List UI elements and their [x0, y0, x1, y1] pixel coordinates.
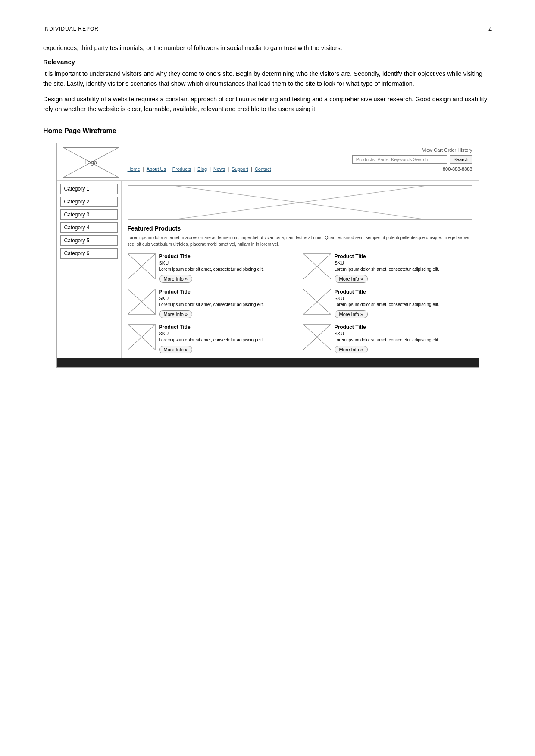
- section-heading-relevancy: Relevancy: [43, 58, 492, 66]
- wireframe: Logo View Cart Order History Products, P…: [56, 143, 479, 368]
- wireframe-footer: [57, 358, 479, 367]
- product-title-5: Product Title: [159, 324, 297, 330]
- hero-x-icon: [128, 186, 472, 219]
- nav-about-us[interactable]: About Us: [147, 166, 166, 172]
- sidebar-item-1[interactable]: Category 1: [60, 184, 118, 194]
- wireframe-content: Featured Products Lorem ipsum dolor sit …: [122, 181, 479, 358]
- more-info-button-5[interactable]: More Info »: [159, 346, 193, 353]
- product-card-1: Product Title SKU Lorem ipsum dolor sit …: [128, 253, 297, 283]
- more-info-button-4[interactable]: More Info »: [335, 310, 368, 318]
- sidebar-item-4[interactable]: Category 4: [60, 222, 118, 233]
- product-image-6: [303, 324, 331, 350]
- featured-description: Lorem ipsum dolor sit amet, maiores orna…: [128, 234, 472, 247]
- nav-links: Home | About Us | Products | Blog | News…: [128, 166, 271, 172]
- product-sku-1: SKU: [159, 260, 297, 266]
- product-title-1: Product Title: [159, 253, 297, 259]
- product-title-6: Product Title: [335, 324, 472, 330]
- featured-title: Featured Products: [128, 225, 472, 232]
- product-row-3: Product Title SKU Lorem ipsum dolor sit …: [128, 324, 472, 353]
- product-row-2: Product Title SKU Lorem ipsum dolor sit …: [128, 289, 472, 318]
- nav-sep-4: |: [210, 166, 211, 172]
- wireframe-title: Home Page Wireframe: [43, 127, 492, 135]
- product-row-1: Product Title SKU Lorem ipsum dolor sit …: [128, 253, 472, 283]
- paragraph-3: Design and usability of a website requir…: [43, 94, 492, 114]
- product-title-2: Product Title: [335, 253, 472, 259]
- nav-products[interactable]: Products: [172, 166, 191, 172]
- product-x-icon-5: [128, 325, 155, 350]
- sidebar-item-5[interactable]: Category 5: [60, 235, 118, 246]
- product-x-icon-1: [128, 254, 155, 279]
- wireframe-hero-image: [128, 185, 472, 220]
- product-x-icon-3: [128, 289, 155, 314]
- search-input[interactable]: Products, Parts, Keywords Search: [352, 155, 447, 164]
- more-info-button-2[interactable]: More Info »: [335, 275, 368, 283]
- nav-sep-3: |: [194, 166, 195, 172]
- product-title-3: Product Title: [159, 289, 297, 295]
- nav-home[interactable]: Home: [128, 166, 140, 172]
- product-x-icon-2: [303, 254, 331, 279]
- product-x-icon-4: [303, 289, 331, 314]
- product-desc-4: Lorem ipsum dolor sit amet, consectetur …: [335, 302, 472, 308]
- nav-sep-1: |: [143, 166, 144, 172]
- product-image-4: [303, 289, 331, 315]
- product-info-5: Product Title SKU Lorem ipsum dolor sit …: [159, 324, 297, 353]
- wireframe-header: Logo View Cart Order History Products, P…: [57, 143, 479, 181]
- sidebar-item-6[interactable]: Category 6: [60, 248, 118, 259]
- product-sku-3: SKU: [159, 296, 297, 301]
- nav-sep-6: |: [251, 166, 252, 172]
- wireframe-header-right: View Cart Order History Products, Parts,…: [119, 147, 472, 172]
- product-card-4: Product Title SKU Lorem ipsum dolor sit …: [303, 289, 472, 318]
- product-desc-5: Lorem ipsum dolor sit amet, consectetur …: [159, 337, 297, 343]
- product-info-1: Product Title SKU Lorem ipsum dolor sit …: [159, 253, 297, 283]
- paragraph-1: experiences, third party testimonials, o…: [43, 43, 492, 53]
- paragraph-2: It is important to understand visitors a…: [43, 69, 492, 89]
- product-sku-2: SKU: [335, 260, 472, 266]
- phone-number: 800-888-8888: [443, 166, 472, 172]
- nav-support[interactable]: Support: [232, 166, 248, 172]
- sidebar-item-2[interactable]: Category 2: [60, 197, 118, 207]
- nav-sep-2: |: [169, 166, 170, 172]
- page-header: INDIVIDUAL REPORT 4: [43, 26, 492, 33]
- product-info-2: Product Title SKU Lorem ipsum dolor sit …: [335, 253, 472, 283]
- report-label: INDIVIDUAL REPORT: [43, 26, 102, 32]
- product-card-5: Product Title SKU Lorem ipsum dolor sit …: [128, 324, 297, 353]
- more-info-button-6[interactable]: More Info »: [335, 346, 368, 353]
- product-card-3: Product Title SKU Lorem ipsum dolor sit …: [128, 289, 297, 318]
- product-desc-6: Lorem ipsum dolor sit amet, consectetur …: [335, 337, 472, 343]
- products-grid: Product Title SKU Lorem ipsum dolor sit …: [128, 253, 472, 353]
- wireframe-logo: Logo: [63, 147, 119, 178]
- product-desc-2: Lorem ipsum dolor sit amet, consectetur …: [335, 266, 472, 272]
- product-card-2: Product Title SKU Lorem ipsum dolor sit …: [303, 253, 472, 283]
- product-info-4: Product Title SKU Lorem ipsum dolor sit …: [335, 289, 472, 318]
- more-info-button-1[interactable]: More Info »: [159, 275, 193, 283]
- sidebar-item-3[interactable]: Category 3: [60, 209, 118, 220]
- product-x-icon-6: [303, 325, 331, 350]
- product-sku-4: SKU: [335, 296, 472, 301]
- product-info-3: Product Title SKU Lorem ipsum dolor sit …: [159, 289, 297, 318]
- top-links: View Cart Order History: [422, 147, 472, 153]
- logo-text: Logo: [84, 159, 97, 166]
- nav-news[interactable]: News: [213, 166, 225, 172]
- product-image-3: [128, 289, 156, 315]
- product-image-5: [128, 324, 156, 350]
- product-image-2: [303, 253, 331, 279]
- wireframe-main: Category 1 Category 2 Category 3 Categor…: [57, 181, 479, 358]
- product-image-1: [128, 253, 156, 279]
- search-button[interactable]: Search: [450, 155, 472, 164]
- product-title-4: Product Title: [335, 289, 472, 295]
- search-row: Products, Parts, Keywords Search Search: [352, 155, 472, 164]
- product-info-6: Product Title SKU Lorem ipsum dolor sit …: [335, 324, 472, 353]
- nav-sep-5: |: [228, 166, 229, 172]
- page: INDIVIDUAL REPORT 4 experiences, third p…: [0, 0, 535, 756]
- page-number: 4: [488, 26, 492, 33]
- nav-blog[interactable]: Blog: [197, 166, 207, 172]
- product-desc-3: Lorem ipsum dolor sit amet, consectetur …: [159, 302, 297, 308]
- nav-contact[interactable]: Contact: [255, 166, 271, 172]
- product-sku-6: SKU: [335, 331, 472, 336]
- product-card-6: Product Title SKU Lorem ipsum dolor sit …: [303, 324, 472, 353]
- product-desc-1: Lorem ipsum dolor sit amet, consectetur …: [159, 266, 297, 272]
- product-sku-5: SKU: [159, 331, 297, 336]
- wireframe-sidebar: Category 1 Category 2 Category 3 Categor…: [57, 181, 122, 358]
- wireframe-nav: Home | About Us | Products | Blog | News…: [128, 166, 472, 172]
- more-info-button-3[interactable]: More Info »: [159, 310, 193, 318]
